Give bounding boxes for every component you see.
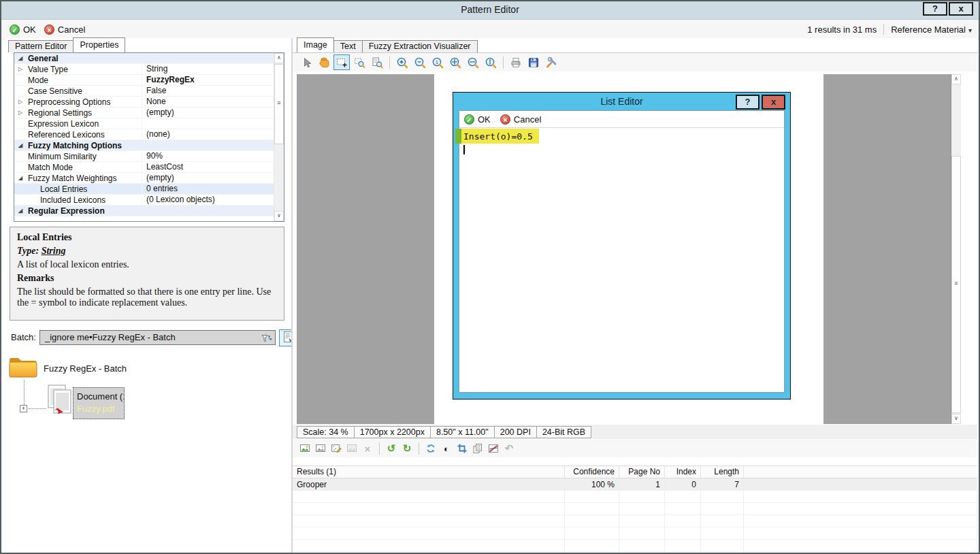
- zoom-out-icon[interactable]: [412, 54, 428, 70]
- grayscale-image-icon[interactable]: [314, 442, 327, 455]
- column-header[interactable]: Page No: [619, 466, 665, 478]
- rotate-left-icon[interactable]: ↺: [385, 442, 398, 455]
- column-header[interactable]: Index: [665, 466, 701, 478]
- column-header[interactable]: Results (1): [293, 466, 565, 478]
- delete-disabled-icon[interactable]: ×: [361, 442, 374, 455]
- table-cell: [701, 503, 744, 515]
- property-row[interactable]: ▷Preprocessing OptionsNone: [14, 97, 274, 108]
- tab-text[interactable]: Text: [333, 40, 363, 52]
- rotate-right-icon[interactable]: ↻: [400, 442, 414, 455]
- zoom-actual-icon[interactable]: 1: [429, 54, 446, 70]
- property-row[interactable]: Match ModeLeastCost: [14, 162, 274, 173]
- property-label: Mode: [27, 76, 142, 85]
- property-row[interactable]: Local Entries0 entries: [14, 184, 274, 195]
- tab-image[interactable]: Image: [297, 37, 334, 52]
- reference-material-dropdown[interactable]: Reference Material▾: [891, 25, 972, 35]
- property-row[interactable]: ▷Regional Settings(empty): [14, 108, 274, 118]
- lexicon-entry-editor[interactable]: Insert(o)=0.5: [459, 128, 784, 392]
- filter-funnel-icon[interactable]: [261, 333, 272, 345]
- table-cell-spacer: [744, 515, 977, 527]
- table-row-empty: [293, 552, 977, 553]
- viewer-scrollbar[interactable]: ∧ ≡ ∨: [951, 74, 961, 424]
- property-row[interactable]: ◢General: [14, 53, 274, 64]
- tab-properties[interactable]: Properties: [73, 37, 125, 52]
- property-row[interactable]: ▷Value TypeString: [14, 64, 274, 75]
- expander-icon[interactable]: ▷: [14, 110, 27, 116]
- property-row[interactable]: ◢Regular Expression: [14, 206, 274, 216]
- zoom-fit-icon[interactable]: [447, 54, 463, 70]
- crop-icon[interactable]: [455, 442, 469, 455]
- property-row[interactable]: Expression Lexicon: [14, 118, 274, 129]
- scroll-up-icon[interactable]: ∧: [951, 74, 961, 84]
- select-region-tool-icon[interactable]: [333, 54, 350, 70]
- expander-icon[interactable]: ◢: [14, 55, 27, 61]
- undo-icon[interactable]: ↶: [502, 442, 516, 455]
- print-icon[interactable]: [508, 54, 524, 70]
- expander-icon[interactable]: ▷: [14, 99, 27, 105]
- pointer-tool-icon[interactable]: [298, 54, 314, 70]
- tab-fuzzy-extraction-visualizer[interactable]: Fuzzy Extraction Visualizer: [362, 40, 478, 52]
- table-row-empty: [293, 503, 977, 515]
- image-viewer[interactable]: List Editor ? x ✓ OK × Cancel: [297, 74, 961, 424]
- scroll-down-icon[interactable]: ∨: [951, 414, 961, 424]
- ok-check-icon: ✓: [10, 25, 20, 35]
- property-row[interactable]: Minimum Similarity90%: [14, 151, 274, 162]
- save-image-icon[interactable]: [525, 54, 542, 70]
- image-tools-icon[interactable]: [543, 54, 559, 70]
- expander-icon[interactable]: ◢: [14, 175, 27, 181]
- property-row[interactable]: ◢Fuzzy Matching Options: [14, 140, 274, 151]
- dialog-close-button[interactable]: x: [762, 95, 785, 110]
- property-row[interactable]: ◢Fuzzy Match Weightings(empty): [14, 173, 274, 184]
- remarks-text: The list should be formatted so that the…: [17, 287, 277, 308]
- property-row[interactable]: ModeFuzzyRegEx: [14, 75, 274, 86]
- folder-icon[interactable]: [8, 354, 38, 382]
- fit-width-icon[interactable]: [465, 54, 481, 70]
- line-removal-icon[interactable]: [487, 442, 500, 455]
- refresh-icon[interactable]: [424, 442, 438, 455]
- tree-node-document[interactable]: Document (1) Fuzzy.pdf: [73, 387, 125, 419]
- window-close-button[interactable]: x: [949, 2, 973, 16]
- column-header[interactable]: Confidence: [565, 466, 619, 478]
- expander-icon[interactable]: ◢: [14, 208, 27, 214]
- dialog-titlebar: List Editor ? x: [453, 93, 790, 110]
- page-preview-tool-icon[interactable]: [369, 54, 385, 70]
- dialog-ok-button[interactable]: ✓ OK: [464, 114, 491, 125]
- scroll-down-icon[interactable]: ∨: [274, 211, 284, 221]
- tree-expander-icon[interactable]: +: [20, 405, 27, 412]
- copy-page-icon[interactable]: [471, 442, 485, 455]
- property-row[interactable]: Referenced Lexicons(none): [14, 129, 274, 140]
- property-label: Regular Expression: [27, 206, 274, 216]
- zoom-region-tool-icon[interactable]: [351, 54, 368, 70]
- pan-tool-icon[interactable]: [316, 54, 332, 70]
- scroll-up-icon[interactable]: ∧: [274, 53, 284, 63]
- ok-button[interactable]: ✓ OK: [10, 25, 36, 35]
- scrollbar-thumb[interactable]: ≡: [274, 64, 284, 144]
- color-image-icon[interactable]: [298, 442, 312, 455]
- property-row[interactable]: Included Lexicons(0 Lexicon objects): [14, 195, 274, 206]
- table-cell: [293, 552, 565, 553]
- property-value: (empty): [142, 173, 274, 183]
- dialog-help-button[interactable]: ?: [736, 95, 760, 110]
- table-row[interactable]: Grooper100 %107: [293, 478, 977, 491]
- expander-icon[interactable]: ◢: [14, 142, 27, 148]
- dialog-cancel-button[interactable]: × Cancel: [500, 114, 541, 125]
- zoom-in-icon[interactable]: [394, 54, 410, 70]
- expander-icon[interactable]: ▷: [14, 66, 27, 72]
- column-header[interactable]: Length: [701, 466, 744, 478]
- property-grid-scrollbar[interactable]: ∧ ≡ ∨: [274, 53, 284, 221]
- scrollbar-thumb[interactable]: ≡: [951, 156, 961, 413]
- batch-selector[interactable]: _ignore me•Fuzzy RegEx - Batch: [39, 330, 276, 345]
- cancel-button[interactable]: × Cancel: [44, 25, 85, 35]
- tree-root-label[interactable]: Fuzzy RegEx - Batch: [44, 363, 127, 374]
- property-label: Preprocessing Options: [27, 97, 142, 107]
- threshold-icon[interactable]: ◐: [440, 442, 453, 455]
- table-row-empty: [293, 540, 977, 552]
- table-cell-spacer: [744, 540, 977, 552]
- merge-disabled-icon[interactable]: [345, 442, 359, 455]
- fit-height-icon[interactable]: [483, 54, 499, 70]
- property-row[interactable]: Case SensitiveFalse: [14, 86, 274, 97]
- tab-pattern-editor[interactable]: Pattern Editor: [8, 40, 74, 52]
- despeckle-icon[interactable]: [329, 442, 343, 455]
- table-cell-spacer: [744, 491, 977, 503]
- window-help-button[interactable]: ?: [923, 2, 947, 16]
